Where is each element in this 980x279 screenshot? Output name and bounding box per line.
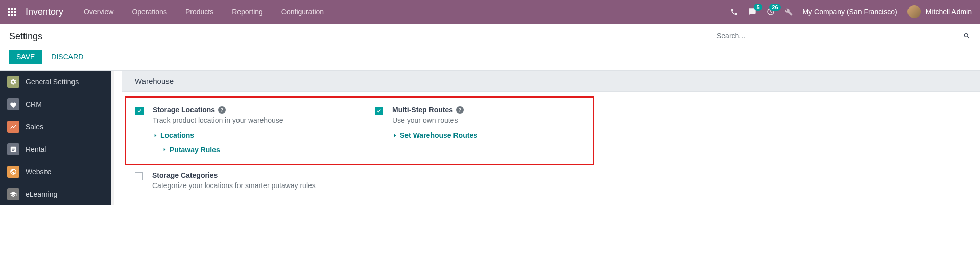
messages-badge: 5 [754,4,762,11]
sidebar-label: Website [26,168,51,176]
save-button[interactable]: SAVE [9,50,42,64]
checkbox-multi-step[interactable] [375,107,383,115]
app-brand: Inventory [26,7,63,17]
setting-title: Storage Categories [152,171,218,179]
discard-button[interactable]: DISCARD [51,53,83,61]
sidebar-item-elearning[interactable]: eLearning [0,183,111,205]
search-wrap [715,30,971,43]
link-locations[interactable]: Locations [153,131,194,140]
nav-overview[interactable]: Overview [84,8,113,16]
nav-configuration[interactable]: Configuration [281,8,324,16]
sidebar-label: CRM [26,100,42,108]
company-name[interactable]: My Company (San Francisco) [803,8,897,16]
checkbox-storage-locations[interactable] [135,107,144,115]
link-label: Putaway Rules [170,146,220,154]
action-bar: SAVE DISCARD [0,48,980,70]
sidebar-label: Rental [26,145,46,153]
avatar [907,5,921,18]
setting-title: Multi-Step Routes [392,106,453,114]
sidebar-item-general[interactable]: General Settings [0,71,111,93]
settings-content: Warehouse Storage Locations ? Track prod… [111,71,980,205]
settings-sidebar: General Settings CRM Sales Rental Websit… [0,71,111,205]
search-input[interactable] [715,30,963,42]
user-menu[interactable]: Mitchell Admin [907,5,972,18]
sidebar-item-website[interactable]: Website [0,160,111,183]
main-area: General Settings CRM Sales Rental Websit… [0,70,980,205]
sidebar-label: General Settings [26,78,79,86]
nav-reporting[interactable]: Reporting [232,8,263,16]
control-bar: Settings [0,24,980,48]
apps-icon[interactable] [8,8,16,16]
gear-icon [7,76,19,88]
setting-storage-locations: Storage Locations ? Track product locati… [135,106,344,154]
sidebar-label: Sales [26,123,43,131]
top-navbar: Inventory Overview Operations Products R… [0,0,980,24]
nav-right: 5 26 My Company (San Francisco) Mitchell… [730,5,972,18]
checkbox-storage-categories[interactable] [135,172,143,180]
globe-icon [7,166,19,178]
setting-storage-categories: Storage Categories Categorize your locat… [122,169,980,200]
page-title: Settings [9,31,42,42]
help-icon[interactable]: ? [218,106,226,114]
graduation-icon [7,188,19,200]
tools-icon[interactable] [785,8,793,16]
sidebar-label: eLearning [26,190,57,198]
user-name: Mitchell Admin [926,8,972,16]
link-set-warehouse-routes[interactable]: Set Warehouse Routes [392,131,477,140]
link-label: Locations [160,131,194,140]
activity-icon[interactable]: 26 [767,8,775,16]
messages-icon[interactable]: 5 [748,8,756,16]
key-icon [7,143,19,155]
setting-desc: Track product location in your warehouse [153,116,283,124]
link-label: Set Warehouse Routes [400,131,477,140]
sidebar-item-crm[interactable]: CRM [0,93,111,115]
search-icon[interactable] [963,32,971,40]
setting-multi-step-routes: Multi-Step Routes ? Use your own routes … [375,106,584,154]
phone-icon[interactable] [730,8,738,16]
nav-menu: Overview Operations Products Reporting C… [84,8,324,16]
activity-badge: 26 [769,4,780,11]
handshake-icon [7,98,19,110]
setting-desc: Use your own routes [392,116,477,124]
section-warehouse: Warehouse [122,71,980,92]
setting-desc: Categorize your locations for smarter pu… [152,181,316,190]
sidebar-item-sales[interactable]: Sales [0,115,111,138]
nav-products[interactable]: Products [185,8,213,16]
setting-title: Storage Locations [153,106,215,114]
highlighted-box: Storage Locations ? Track product locati… [125,96,594,165]
link-putaway-rules[interactable]: Putaway Rules [162,146,220,154]
nav-operations[interactable]: Operations [132,8,166,16]
sidebar-item-rental[interactable]: Rental [0,138,111,160]
help-icon[interactable]: ? [456,106,464,114]
chart-icon [7,121,19,133]
